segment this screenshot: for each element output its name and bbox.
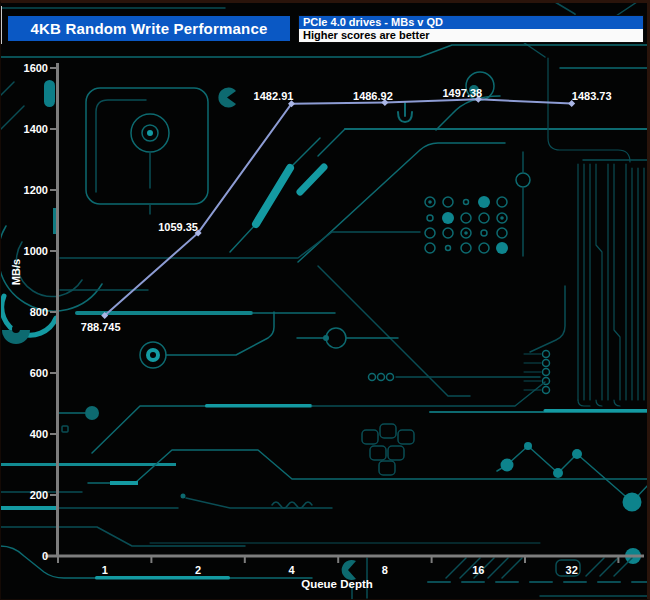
x-tick-label: 32 xyxy=(566,564,578,576)
x-tick-label: 8 xyxy=(382,564,388,576)
y-tick-label: 0 xyxy=(42,550,48,562)
y-tick-label: 1400 xyxy=(24,123,48,135)
x-axis-title: Queue Depth xyxy=(301,578,373,590)
x-tick-label: 2 xyxy=(195,564,201,576)
chart-note: Higher scores are better xyxy=(299,29,643,42)
chart-subtitle: PCIe 4.0 drives - MBs v QD xyxy=(299,16,643,29)
left-edge-highlight xyxy=(0,6,2,44)
x-tick-label: 16 xyxy=(472,564,484,576)
y-tick-label: 1000 xyxy=(24,245,48,257)
data-point-label: 1059.35 xyxy=(158,221,198,233)
data-point-label: 1482.91 xyxy=(254,90,294,102)
x-tick-label: 1 xyxy=(102,564,108,576)
y-tick-label: 200 xyxy=(30,489,48,501)
y-tick-label: 1200 xyxy=(24,184,48,196)
chart-title-box: 4KB Random Write Performance xyxy=(8,16,290,41)
series-line xyxy=(105,99,572,315)
chart-subtitle-box: PCIe 4.0 drives - MBs v QD Higher scores… xyxy=(298,15,644,43)
line-chart: 0200400600800100012001400160012481632MB/… xyxy=(0,0,650,600)
data-point-label: 788.745 xyxy=(81,321,121,333)
data-point-label: 1497.38 xyxy=(442,87,482,99)
y-tick-label: 400 xyxy=(30,428,48,440)
screenshot-root: 4KB Random Write Performance PCIe 4.0 dr… xyxy=(0,0,650,600)
data-point-label: 1483.73 xyxy=(572,90,612,102)
y-tick-label: 800 xyxy=(30,306,48,318)
chart-title: 4KB Random Write Performance xyxy=(30,20,267,37)
x-tick-label: 4 xyxy=(288,564,295,576)
y-axis-title: MB/s xyxy=(10,259,22,285)
data-point-label: 1486.92 xyxy=(353,90,393,102)
y-tick-label: 600 xyxy=(30,367,48,379)
y-tick-label: 1600 xyxy=(24,62,48,74)
